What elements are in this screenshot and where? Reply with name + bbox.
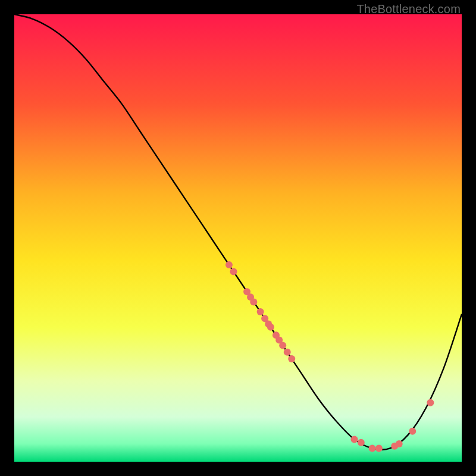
scatter-point xyxy=(351,436,358,443)
scatter-point xyxy=(396,440,403,447)
scatter-point xyxy=(284,349,291,356)
scatter-point xyxy=(369,444,376,452)
chart-svg xyxy=(14,14,462,462)
scatter-point xyxy=(230,268,237,275)
scatter-point xyxy=(226,261,233,268)
chart-frame xyxy=(14,14,462,462)
scatter-point xyxy=(427,399,434,406)
scatter-point xyxy=(279,342,286,349)
scatter-point xyxy=(358,439,365,446)
watermark-text: TheBottleneck.com xyxy=(356,2,461,16)
scatter-point xyxy=(250,299,257,306)
scatter-point xyxy=(267,324,274,331)
scatter-point xyxy=(257,308,264,315)
scatter-point xyxy=(375,444,383,452)
chart-background xyxy=(14,14,462,462)
scatter-point xyxy=(409,428,416,435)
scatter-point xyxy=(288,355,295,362)
